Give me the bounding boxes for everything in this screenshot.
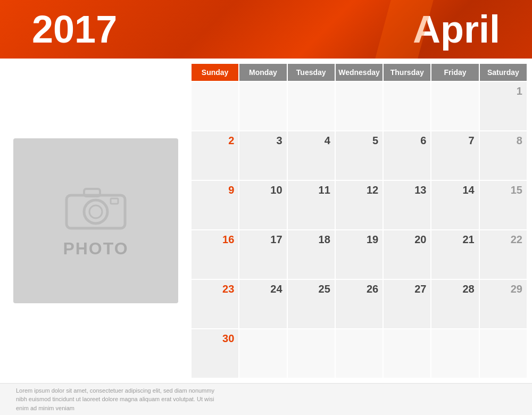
cal-cell-19: 19 bbox=[336, 230, 383, 279]
cal-cell-10: 10 bbox=[239, 181, 286, 229]
cal-cell-24: 24 bbox=[239, 280, 286, 328]
camera-icon bbox=[64, 184, 128, 234]
cal-cell bbox=[192, 82, 238, 130]
cal-cell-12: 12 bbox=[336, 181, 383, 229]
photo-text: PHOTO bbox=[63, 239, 128, 259]
month-label: April bbox=[413, 7, 500, 51]
cal-cell-15: 15 bbox=[480, 181, 527, 229]
footer-text: Lorem ipsum dolor sit amet, consectetuer… bbox=[16, 386, 218, 413]
svg-rect-4 bbox=[111, 198, 118, 204]
cal-cell-4: 4 bbox=[288, 131, 335, 180]
cal-cell-6: 6 bbox=[384, 131, 430, 180]
cal-cell bbox=[336, 329, 383, 378]
cal-cell-22: 22 bbox=[480, 230, 527, 279]
photo-placeholder: PHOTO bbox=[13, 138, 178, 303]
header-wednesday: Wednesday bbox=[336, 64, 383, 81]
calendar-header: 2017 April bbox=[0, 0, 532, 59]
year-label: 2017 bbox=[32, 7, 117, 51]
header-thursday: Thursday bbox=[384, 64, 430, 81]
cal-cell-17: 17 bbox=[239, 230, 286, 279]
main-content: PHOTO Sunday Monday Tuesday Wednesday Th… bbox=[0, 59, 532, 383]
header-monday: Monday bbox=[239, 64, 286, 81]
cal-cell-7: 7 bbox=[431, 131, 478, 180]
header-saturday: Saturday bbox=[480, 64, 527, 81]
cal-cell-3: 3 bbox=[239, 131, 286, 180]
cal-cell-25: 25 bbox=[288, 280, 335, 328]
cal-cell-18: 18 bbox=[288, 230, 335, 279]
header-sunday: Sunday bbox=[192, 64, 238, 81]
cal-cell-21: 21 bbox=[431, 230, 478, 279]
cal-cell-27: 27 bbox=[384, 280, 430, 328]
cal-cell-1: 1 bbox=[480, 82, 527, 130]
calendar-grid: 1 2 3 4 5 6 7 8 9 10 11 12 13 14 15 16 1… bbox=[192, 82, 527, 378]
cal-cell-26: 26 bbox=[336, 280, 383, 328]
day-headers-row: Sunday Monday Tuesday Wednesday Thursday… bbox=[192, 64, 527, 81]
cal-cell bbox=[288, 329, 335, 378]
cal-cell-16: 16 bbox=[192, 230, 238, 279]
cal-cell bbox=[239, 329, 286, 378]
cal-cell-28: 28 bbox=[431, 280, 478, 328]
cal-cell bbox=[288, 82, 335, 130]
calendar-area: Sunday Monday Tuesday Wednesday Thursday… bbox=[192, 59, 532, 383]
cal-cell-23: 23 bbox=[192, 280, 238, 328]
cal-cell bbox=[384, 82, 430, 130]
cal-cell bbox=[431, 329, 478, 378]
cal-cell-29: 29 bbox=[480, 280, 527, 328]
svg-point-1 bbox=[84, 200, 107, 223]
cal-cell-14: 14 bbox=[431, 181, 478, 229]
cal-cell-13: 13 bbox=[384, 181, 430, 229]
cal-cell-11: 11 bbox=[288, 181, 335, 229]
cal-cell bbox=[431, 82, 478, 130]
cal-cell-30: 30 bbox=[192, 329, 238, 378]
cal-cell-5: 5 bbox=[336, 131, 383, 180]
cal-cell bbox=[384, 329, 430, 378]
cal-cell bbox=[336, 82, 383, 130]
header-friday: Friday bbox=[431, 64, 478, 81]
footer: Lorem ipsum dolor sit amet, consectetuer… bbox=[0, 383, 532, 415]
cal-cell-20: 20 bbox=[384, 230, 430, 279]
cal-cell-8: 8 bbox=[480, 131, 527, 180]
header-tuesday: Tuesday bbox=[288, 64, 335, 81]
cal-cell-9: 9 bbox=[192, 181, 238, 229]
cal-cell bbox=[480, 329, 527, 378]
photo-area: PHOTO bbox=[0, 59, 192, 383]
cal-cell-2: 2 bbox=[192, 131, 238, 180]
cal-cell bbox=[239, 82, 286, 130]
svg-point-2 bbox=[89, 205, 102, 218]
